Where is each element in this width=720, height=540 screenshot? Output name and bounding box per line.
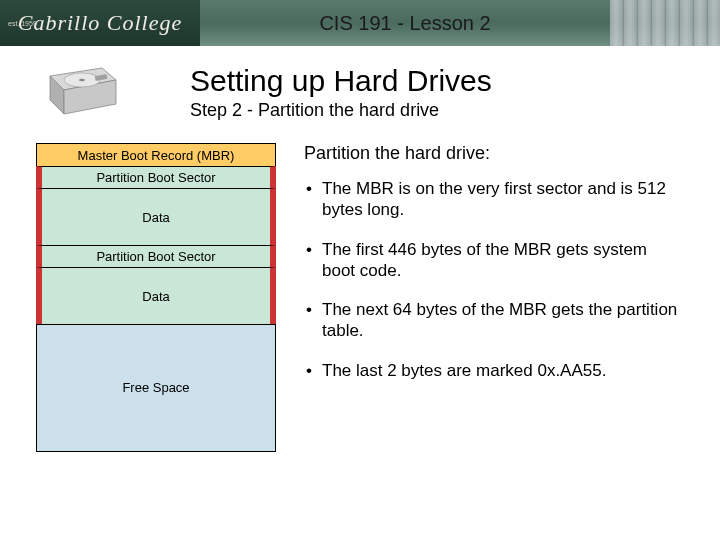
diagram-data-2: Data <box>36 267 276 325</box>
college-logo: est. 1959 Cabrillo College <box>0 0 200 46</box>
slide-content: Setting up Hard Drives Step 2 - Partitio… <box>0 46 720 450</box>
notes-panel: Partition the hard drive: The MBR is on … <box>304 143 690 450</box>
logo-text: Cabrillo College <box>18 10 183 36</box>
diagram-mbr: Master Boot Record (MBR) <box>36 143 276 167</box>
pillars-decoration <box>610 0 720 46</box>
hard-drive-icon <box>40 64 120 119</box>
diagram-pbs-2: Partition Boot Sector <box>36 245 276 269</box>
page-title: Setting up Hard Drives <box>190 64 492 98</box>
svg-point-1 <box>79 79 85 82</box>
notes-list: The MBR is on the very first sector and … <box>304 178 682 381</box>
diagram-free-space: Free Space <box>36 324 276 452</box>
note-item: The next 64 bytes of the MBR gets the pa… <box>304 299 682 342</box>
header-bar: est. 1959 Cabrillo College CIS 191 - Les… <box>0 0 720 46</box>
page-subtitle: Step 2 - Partition the hard drive <box>190 100 492 121</box>
notes-heading: Partition the hard drive: <box>304 143 682 164</box>
note-item: The last 2 bytes are marked 0x.AA55. <box>304 360 682 381</box>
diagram-data-1: Data <box>36 188 276 246</box>
partition-diagram: Master Boot Record (MBR) Partition Boot … <box>36 143 276 450</box>
note-item: The first 446 bytes of the MBR gets syst… <box>304 239 682 282</box>
logo-established: est. 1959 <box>8 20 37 27</box>
note-item: The MBR is on the very first sector and … <box>304 178 682 221</box>
diagram-pbs-1: Partition Boot Sector <box>36 166 276 190</box>
